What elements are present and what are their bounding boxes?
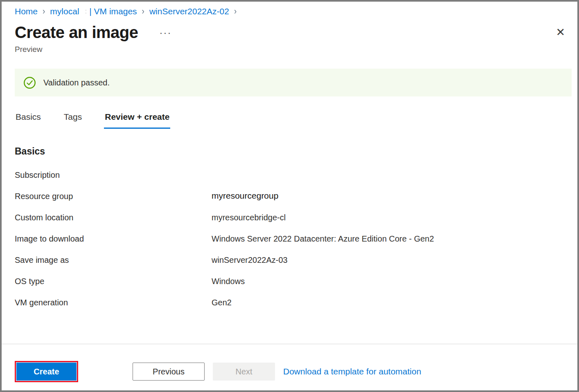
validation-banner: Validation passed. — [15, 69, 572, 96]
breadcrumb-link-vm-images[interactable]: | VM images — [89, 7, 137, 16]
field-value: Gen2 — [212, 298, 232, 307]
previous-button[interactable]: Previous — [133, 363, 205, 381]
preview-label: Preview — [15, 45, 572, 54]
breadcrumb-link-winserver2022az-02[interactable]: winServer2022Az-02 — [149, 7, 229, 16]
create-image-panel: Home › mylocal : | VM images › winServer… — [0, 0, 579, 392]
field-label: Subscription — [15, 170, 212, 180]
field-label: VM generation — [15, 298, 212, 307]
tab-basics[interactable]: Basics — [15, 108, 42, 129]
field-row-subscription: Subscription — [15, 170, 572, 192]
field-label: OS type — [15, 277, 212, 286]
create-button[interactable]: Create — [16, 363, 77, 381]
title-row: Create an image ··· ✕ — [15, 23, 572, 42]
tab-bar: Basics Tags Review + create — [15, 108, 572, 129]
breadcrumb-chevron-icon: › — [234, 6, 237, 16]
download-template-link[interactable]: Download a template for automation — [283, 367, 421, 376]
redacted-text-artifact: : — [85, 7, 87, 16]
more-options-icon[interactable]: ··· — [160, 29, 172, 37]
field-row-custom-location: Custom location myresourcebridge-cl — [15, 213, 572, 234]
field-label: Save image as — [15, 255, 212, 265]
field-row-vm-generation: VM generation Gen2 — [15, 298, 572, 319]
field-value: myresourcebridge-cl — [212, 213, 286, 222]
success-check-icon — [23, 76, 36, 89]
breadcrumb-link-mylocal[interactable]: mylocal — [50, 7, 79, 16]
footer: Create Previous Next Download a template… — [2, 344, 577, 382]
field-row-image-to-download: Image to download Windows Server 2022 Da… — [15, 234, 572, 255]
field-value: winServer2022Az-03 — [212, 255, 288, 265]
close-icon[interactable]: ✕ — [554, 26, 567, 38]
section-heading-basics: Basics — [15, 146, 572, 157]
field-label: Custom location — [15, 213, 212, 222]
field-value: Windows Server 2022 Datacenter: Azure Ed… — [212, 234, 434, 244]
breadcrumb-chevron-icon: › — [142, 6, 144, 16]
tab-review-create[interactable]: Review + create — [104, 108, 170, 129]
field-label: Image to download — [15, 234, 212, 244]
field-row-os-type: OS type Windows — [15, 277, 572, 298]
create-button-highlight: Create — [15, 361, 78, 382]
validation-message: Validation passed. — [43, 78, 110, 87]
page-title: Create an image — [15, 23, 138, 42]
field-row-resource-group: Resource group myresourcegroup — [15, 192, 572, 213]
tab-tags[interactable]: Tags — [63, 108, 83, 129]
breadcrumb-chevron-icon: › — [43, 6, 45, 16]
field-label: Resource group — [15, 192, 212, 201]
summary-fields: Subscription Resource group myresourcegr… — [15, 170, 572, 319]
field-row-save-image-as: Save image as winServer2022Az-03 — [15, 255, 572, 277]
next-button[interactable]: Next — [213, 363, 275, 381]
breadcrumb: Home › mylocal : | VM images › winServer… — [15, 7, 572, 16]
field-value: Windows — [212, 277, 245, 286]
field-value: myresourcegroup — [212, 191, 278, 201]
breadcrumb-link-home[interactable]: Home — [15, 7, 38, 16]
